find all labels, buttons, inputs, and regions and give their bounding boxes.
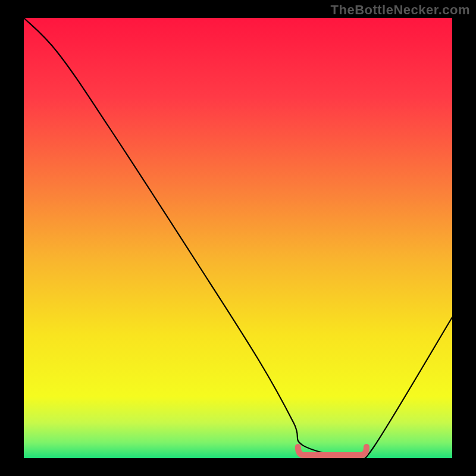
gradient-background — [24, 18, 452, 458]
chart-frame: TheBottleNecker.com — [0, 0, 476, 476]
plot-area — [24, 18, 452, 458]
plot-svg — [24, 18, 452, 458]
watermark-text: TheBottleNecker.com — [331, 2, 470, 18]
